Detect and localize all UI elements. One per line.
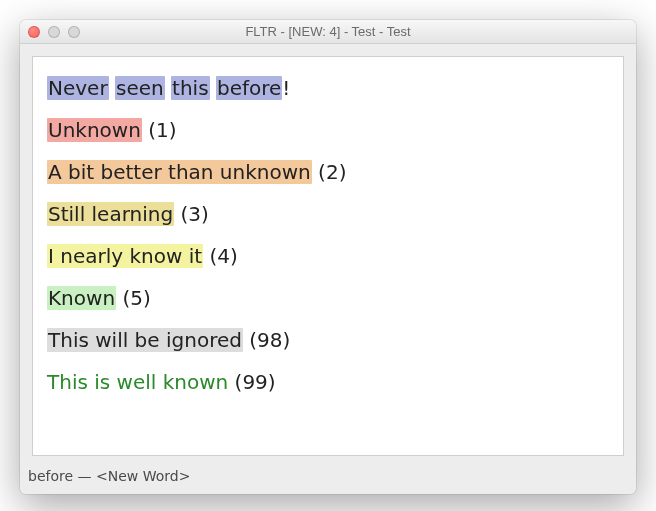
- word-token[interactable]: I nearly know it: [47, 244, 203, 268]
- window-frame: Never seen this before! Unknown (1) A bi…: [20, 44, 636, 464]
- titlebar[interactable]: FLTR - [NEW: 4] - Test - Test: [20, 20, 636, 44]
- word-token[interactable]: This is well known: [47, 370, 228, 394]
- traffic-lights: [28, 26, 80, 38]
- window-title: FLTR - [NEW: 4] - Test - Test: [20, 24, 636, 39]
- word-token[interactable]: This will be ignored: [47, 328, 243, 352]
- text-line: Unknown (1): [47, 115, 609, 145]
- minimize-icon[interactable]: [48, 26, 60, 38]
- status-text: before — <New Word>: [28, 468, 190, 484]
- level-suffix: (4): [203, 244, 238, 268]
- level-suffix: (99): [228, 370, 275, 394]
- level-suffix: (1): [142, 118, 177, 142]
- text-line: Still learning (3): [47, 199, 609, 229]
- app-window: FLTR - [NEW: 4] - Test - Test Never seen…: [20, 20, 636, 494]
- level-suffix: (2): [312, 160, 347, 184]
- word-token[interactable]: Never: [47, 76, 109, 100]
- status-bar: before — <New Word>: [20, 464, 636, 494]
- zoom-icon[interactable]: [68, 26, 80, 38]
- text-panel[interactable]: Never seen this before! Unknown (1) A bi…: [32, 56, 624, 456]
- word-token[interactable]: seen: [115, 76, 165, 100]
- text-line: This is well known (99): [47, 367, 609, 397]
- word-token[interactable]: this: [171, 76, 210, 100]
- punct: !: [282, 76, 290, 100]
- word-token[interactable]: Unknown: [47, 118, 142, 142]
- level-suffix: (3): [174, 202, 209, 226]
- level-suffix: (5): [116, 286, 151, 310]
- level-suffix: (98): [243, 328, 290, 352]
- word-token[interactable]: before: [216, 76, 282, 100]
- text-line: I nearly know it (4): [47, 241, 609, 271]
- text-line: A bit better than unknown (2): [47, 157, 609, 187]
- word-token[interactable]: Known: [47, 286, 116, 310]
- word-token[interactable]: Still learning: [47, 202, 174, 226]
- text-line: This will be ignored (98): [47, 325, 609, 355]
- word-token[interactable]: A bit better than unknown: [47, 160, 312, 184]
- close-icon[interactable]: [28, 26, 40, 38]
- text-line: Known (5): [47, 283, 609, 313]
- text-line: Never seen this before!: [47, 73, 609, 103]
